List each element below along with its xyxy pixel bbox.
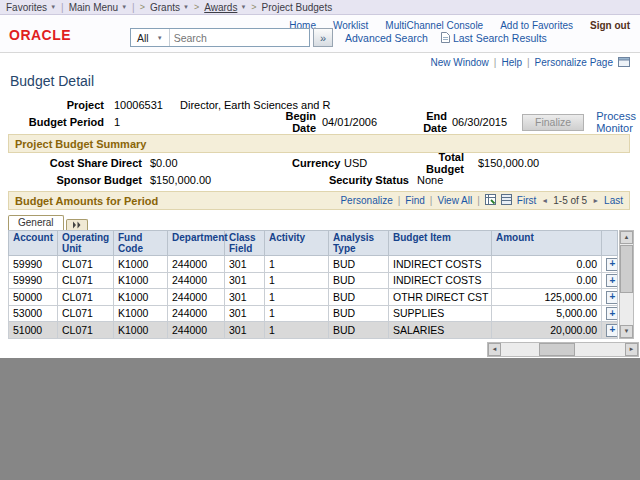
scroll-left-icon[interactable]: ◄	[488, 343, 501, 356]
grid-zoom-icon[interactable]	[501, 194, 512, 207]
first-link[interactable]: First	[517, 195, 536, 206]
breadcrumb: Favorites▼ | Main Menu▼ | > Grants▼ > Aw…	[0, 0, 640, 15]
find-link[interactable]: Find	[405, 195, 424, 206]
cell-department: 244000	[168, 305, 225, 322]
column-header-analysis-type[interactable]: Analysis Type	[329, 231, 389, 256]
add-row-button[interactable]: +	[606, 258, 618, 271]
summary-row: Cost Share Direct $0.00 Currency USD Tot…	[0, 155, 640, 170]
next-page-icon[interactable]: ►	[592, 197, 599, 204]
total-budget-value: $150,000.00	[478, 157, 539, 169]
summary-row: Sponsor Budget $150,000.00 Security Stat…	[0, 172, 640, 187]
column-header-account[interactable]: Account	[9, 231, 58, 256]
help-link[interactable]: Help	[501, 57, 522, 68]
cell-department: 244000	[168, 322, 225, 339]
last-link[interactable]: Last	[604, 195, 623, 206]
row-actions: +−	[602, 322, 618, 339]
cell-department: 244000	[168, 272, 225, 289]
personalize-page-icon	[618, 57, 630, 69]
breadcrumb-current: Project Budgets	[262, 2, 333, 13]
search-go-button[interactable]: »	[313, 28, 333, 47]
scrollbar-thumb[interactable]	[620, 245, 633, 293]
view-all-link[interactable]: View All	[437, 195, 472, 206]
separator: |	[430, 195, 433, 206]
cell-activity: 1	[265, 272, 329, 289]
project-value: 10006531	[114, 99, 180, 111]
column-header-fund-code[interactable]: Fund Code	[114, 231, 168, 256]
add-row-button[interactable]: +	[606, 307, 618, 320]
column-header-activity[interactable]: Activity	[265, 231, 329, 256]
show-all-columns-tab[interactable]	[66, 219, 88, 230]
page-toolbar: New Window | Help | Personalize Page	[0, 53, 640, 70]
cell-amount: 5,000.00	[492, 305, 602, 322]
process-monitor-link[interactable]: Process Monitor	[596, 110, 636, 134]
sponsor-budget-label: Sponsor Budget	[0, 174, 142, 186]
column-header-operating-unit[interactable]: Operating Unit	[58, 231, 114, 256]
column-header-budget-item[interactable]: Budget Item	[389, 231, 492, 256]
cell-activity: 1	[265, 322, 329, 339]
cell-class-field: 301	[225, 305, 265, 322]
add-row-button[interactable]: +	[606, 291, 618, 304]
cell-account: 50000	[9, 289, 58, 306]
cell-fund-code: K1000	[114, 272, 168, 289]
add-row-button[interactable]: +	[606, 324, 618, 337]
breadcrumb-main-menu[interactable]: Main Menu▼	[69, 2, 127, 13]
cell-analysis-type: BUD	[329, 272, 389, 289]
last-search-results-link[interactable]: Last Search Results	[453, 32, 547, 44]
horizontal-scrollbar[interactable]: ◄ ►	[487, 342, 639, 357]
cell-analysis-type: BUD	[329, 322, 389, 339]
row-actions: +	[602, 272, 618, 289]
cell-budget-item: OTHR DIRECT CST	[389, 289, 492, 306]
scrollbar-track[interactable]	[620, 293, 633, 325]
search-scope-dropdown[interactable]: All▼	[131, 29, 170, 46]
cell-amount: 0.00	[492, 272, 602, 289]
scroll-right-icon[interactable]: ►	[625, 343, 638, 356]
scroll-down-icon[interactable]: ▼	[620, 325, 633, 338]
section-title: Project Budget Summary	[15, 138, 146, 150]
finalize-button[interactable]: Finalize	[522, 114, 584, 131]
cell-operating-unit: CL071	[58, 322, 114, 339]
budget-period-label: Budget Period	[0, 116, 104, 128]
row-range: 1-5 of 5	[553, 195, 587, 206]
cell-amount: 20,000.00	[492, 322, 602, 339]
grid-tabs: General	[8, 215, 640, 230]
tab-general[interactable]: General	[8, 215, 64, 230]
cell-operating-unit: CL071	[58, 272, 114, 289]
breadcrumb-awards[interactable]: Awards▼	[204, 2, 246, 13]
cell-class-field: 301	[225, 256, 265, 273]
previous-page-icon[interactable]: ◄	[541, 197, 548, 204]
scroll-up-icon[interactable]: ▲	[620, 231, 633, 244]
end-date-value: 06/30/2015	[452, 116, 522, 128]
personalize-link[interactable]: Personalize	[340, 195, 392, 206]
sign-out-link[interactable]: Sign out	[590, 20, 630, 31]
column-header-class-field[interactable]: Class Field	[225, 231, 265, 256]
budget-grid: Account Operating Unit Fund Code Departm…	[8, 230, 640, 339]
scrollbar-thumb[interactable]	[539, 343, 575, 356]
cell-activity: 1	[265, 305, 329, 322]
security-status-value: None	[417, 174, 443, 186]
breadcrumb-favorites[interactable]: Favorites▼	[6, 2, 56, 13]
column-header-department[interactable]: Department	[168, 231, 225, 256]
column-header-amount[interactable]: Amount	[492, 231, 602, 256]
download-grid-icon[interactable]	[485, 194, 496, 207]
cell-class-field: 301	[225, 322, 265, 339]
table-header-row: Account Operating Unit Fund Code Departm…	[9, 231, 618, 256]
row-actions: +	[602, 305, 618, 322]
breadcrumb-main-menu-label: Main Menu	[69, 2, 118, 13]
budget-period-value: 1	[114, 116, 264, 128]
add-row-button[interactable]: +	[606, 274, 618, 287]
advanced-search-link[interactable]: Advanced Search	[345, 32, 428, 44]
search-scope-label: All	[137, 32, 149, 44]
search-box: All▼	[130, 28, 310, 47]
document-icon	[441, 32, 450, 43]
breadcrumb-grants[interactable]: Grants▼	[150, 2, 189, 13]
scrollbar-track[interactable]	[501, 343, 625, 356]
vertical-scrollbar[interactable]: ▲ ▼	[619, 230, 634, 339]
project-label: Project	[0, 99, 104, 111]
cell-fund-code: K1000	[114, 256, 168, 273]
new-window-link[interactable]: New Window	[430, 57, 488, 68]
cell-budget-item: INDIRECT COSTS	[389, 272, 492, 289]
search-input[interactable]	[170, 32, 309, 44]
cell-fund-code: K1000	[114, 305, 168, 322]
chevron-down-icon: ▼	[121, 4, 127, 10]
personalize-page-link[interactable]: Personalize Page	[535, 57, 613, 68]
